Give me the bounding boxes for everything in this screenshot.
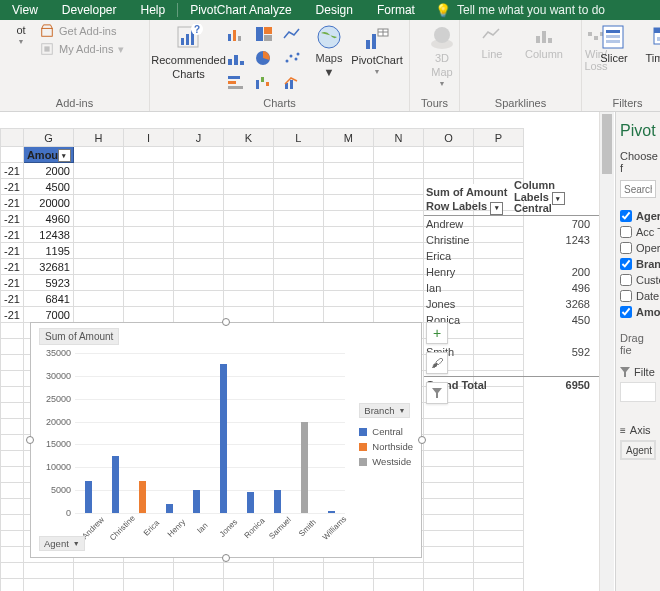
cell[interactable] [123, 291, 173, 307]
sparkline-column-button[interactable]: Column [522, 24, 566, 60]
column-header-P[interactable]: P [473, 129, 523, 147]
cell[interactable] [173, 563, 223, 579]
cell[interactable]: 6841 [23, 291, 73, 307]
cell[interactable] [73, 227, 123, 243]
cell[interactable] [223, 579, 273, 592]
cell[interactable] [1, 355, 24, 371]
pivot-row[interactable]: Ronica 450 [424, 312, 600, 328]
cell[interactable]: 5923 [23, 275, 73, 291]
chart-type-waterfall[interactable] [253, 72, 275, 92]
cell[interactable] [423, 419, 473, 435]
cell[interactable] [1, 339, 24, 355]
cell[interactable] [73, 163, 123, 179]
cell[interactable] [123, 579, 173, 592]
pivot-row[interactable]: Christine 1243 [424, 232, 600, 248]
cell[interactable] [123, 307, 173, 323]
field-checkbox-Amo[interactable]: Amo [620, 306, 656, 318]
bar-Central-Samuel[interactable] [274, 490, 281, 513]
filters-dropzone[interactable] [620, 382, 656, 402]
pivot-fields-panel[interactable]: Pivot Choose f Ager Acc T Oper Bran Cust… [615, 112, 660, 591]
cell[interactable] [373, 307, 423, 323]
my-addins-button[interactable]: My Add-ins ▾ [40, 42, 124, 56]
cell[interactable] [473, 163, 523, 179]
chart-type-hierarchy[interactable] [253, 24, 275, 44]
pivot-row[interactable]: ams [424, 360, 600, 376]
resize-handle-e[interactable] [418, 436, 426, 444]
cell[interactable]: -21 [1, 195, 24, 211]
cell[interactable] [423, 483, 473, 499]
cell[interactable] [373, 563, 423, 579]
column-header-J[interactable]: J [173, 129, 223, 147]
checkbox[interactable] [620, 226, 632, 238]
cell[interactable] [273, 579, 323, 592]
checkbox[interactable] [620, 242, 632, 254]
cell[interactable] [23, 579, 73, 592]
cell[interactable] [73, 243, 123, 259]
cell[interactable]: -21 [1, 259, 24, 275]
pivot-button[interactable]: ot ▼ [10, 24, 32, 45]
pivottable[interactable]: Sum of Amount Column Labels▾ Row Labels▾… [424, 184, 600, 392]
cell[interactable] [423, 467, 473, 483]
cell[interactable] [1, 579, 24, 592]
cell[interactable] [423, 499, 473, 515]
cell[interactable] [423, 563, 473, 579]
cell[interactable] [273, 195, 323, 211]
cell[interactable] [273, 163, 323, 179]
cell[interactable] [223, 179, 273, 195]
tab-design[interactable]: Design [304, 0, 365, 20]
cell[interactable]: -21 [1, 275, 24, 291]
cell[interactable]: 7000 [23, 307, 73, 323]
cell[interactable]: -21 [1, 307, 24, 323]
resize-handle-n[interactable] [222, 318, 230, 326]
bar-Central-Henry[interactable] [166, 504, 173, 513]
pivot-row[interactable]: Henry 200 [424, 264, 600, 280]
pivot-row[interactable]: Smith 592 [424, 344, 600, 360]
cell[interactable]: 4960 [23, 211, 73, 227]
cell[interactable]: -21 [1, 291, 24, 307]
bar-Westside-Smith[interactable] [301, 422, 308, 513]
cell[interactable] [473, 435, 523, 451]
cell[interactable] [1, 323, 24, 339]
cell[interactable] [1, 499, 24, 515]
cell[interactable]: 20000 [23, 195, 73, 211]
worksheet[interactable]: GHIJKLMNOPAmoun▾-212000-214500-2120000-2… [0, 112, 660, 591]
chart-type-line[interactable] [281, 24, 303, 44]
cell[interactable] [73, 563, 123, 579]
cell[interactable] [273, 563, 323, 579]
cell[interactable] [473, 579, 523, 592]
cell[interactable] [73, 195, 123, 211]
cell[interactable] [373, 291, 423, 307]
legend-item-Central[interactable]: Central [359, 426, 413, 437]
chart-type-scatter[interactable] [281, 48, 303, 68]
field-checkbox-Date[interactable]: Date [620, 290, 656, 302]
cell[interactable] [223, 195, 273, 211]
cell[interactable]: -21 [1, 179, 24, 195]
get-addins-button[interactable]: Get Add-ins [40, 24, 124, 38]
cell[interactable] [1, 451, 24, 467]
chart-elements-button[interactable]: + [426, 322, 448, 344]
bar-Central-Andrew[interactable] [85, 481, 92, 513]
cell[interactable] [323, 563, 373, 579]
cell[interactable] [223, 275, 273, 291]
cell[interactable] [473, 451, 523, 467]
filter-dropdown[interactable]: ▾ [58, 149, 71, 162]
cell[interactable]: 32681 [23, 259, 73, 275]
cell[interactable] [473, 403, 523, 419]
cell[interactable] [223, 243, 273, 259]
cell[interactable] [123, 563, 173, 579]
cell[interactable] [1, 563, 24, 579]
cell[interactable]: 1195 [23, 243, 73, 259]
cell[interactable] [273, 307, 323, 323]
scrollbar-thumb[interactable] [602, 114, 612, 174]
cell[interactable] [473, 483, 523, 499]
cell[interactable] [223, 307, 273, 323]
chart-filter-button[interactable] [426, 382, 448, 404]
vertical-scrollbar[interactable] [599, 112, 614, 591]
maps-button[interactable]: Maps ▼ [311, 24, 347, 78]
chart-type-combo[interactable] [281, 72, 303, 92]
chart-axis-field-button[interactable]: Agent ▼ [39, 536, 85, 551]
tell-me-search[interactable]: 💡 Tell me what you want to do [435, 3, 605, 18]
column-header-G[interactable]: G [23, 129, 73, 147]
resize-handle-w[interactable] [26, 436, 34, 444]
cell[interactable] [273, 291, 323, 307]
